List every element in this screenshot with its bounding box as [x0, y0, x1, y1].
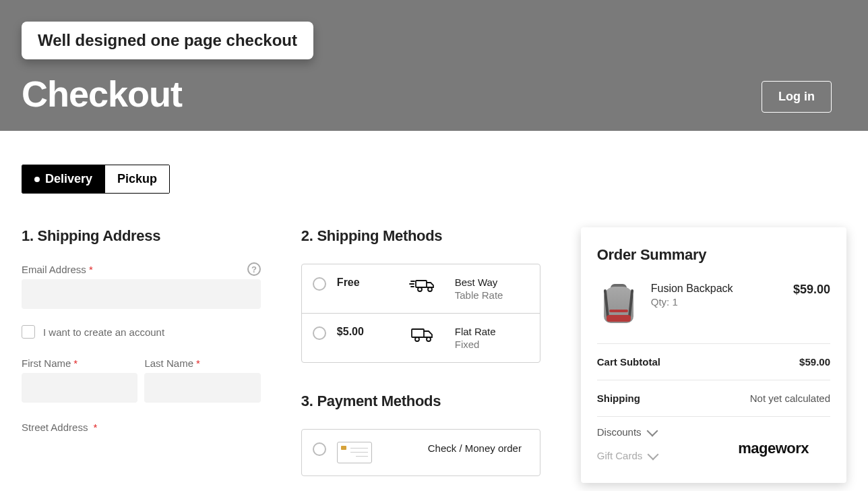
- radio-button[interactable]: [313, 442, 326, 456]
- svg-point-4: [415, 337, 419, 341]
- option-subtitle: Fixed: [455, 339, 529, 350]
- giftcards-label: Gift Cards: [597, 450, 643, 461]
- shipping-cost-row: Shipping Not yet calculated: [597, 380, 830, 417]
- required-mark: *: [89, 264, 93, 275]
- required-mark: *: [73, 357, 78, 369]
- product-name: Fusion Backpack: [651, 283, 733, 295]
- shipping-option-bestway[interactable]: Free Best Way: [302, 264, 540, 314]
- discounts-accordion[interactable]: Discounts: [597, 417, 830, 440]
- main-content: Delivery Pickup 1. Shipping Address Emai…: [0, 131, 868, 483]
- shipping-address-section: 1. Shipping Address Email Address* ? I w…: [22, 227, 261, 483]
- svg-point-2: [428, 287, 432, 291]
- option-subtitle: Table Rate: [455, 289, 529, 301]
- discounts-label: Discounts: [597, 426, 642, 438]
- last-name-label: Last Name*: [144, 357, 260, 369]
- brand-watermark: mageworx: [731, 438, 815, 459]
- create-account-checkbox[interactable]: [22, 325, 35, 339]
- option-price: $5.00: [337, 326, 391, 338]
- payment-option-check[interactable]: Check / Money order: [301, 429, 540, 476]
- svg-rect-0: [416, 281, 427, 287]
- required-mark: *: [90, 422, 97, 433]
- chevron-down-icon: [646, 425, 658, 436]
- fulfillment-tabs: Delivery Pickup: [22, 165, 170, 194]
- shipping-methods-section: 2. Shipping Methods Free: [301, 227, 540, 483]
- truck-icon: [409, 326, 436, 346]
- section-heading: 3. Payment Methods: [301, 393, 540, 410]
- section-heading: 2. Shipping Methods: [301, 227, 540, 245]
- payment-option-label: Check / Money order: [428, 442, 529, 455]
- tab-pickup[interactable]: Pickup: [104, 165, 169, 193]
- header: Well designed one page checkout Checkout…: [0, 0, 868, 131]
- shipping-cost-value: Not yet calculated: [750, 393, 830, 404]
- card-icon: [337, 442, 372, 463]
- svg-point-5: [427, 337, 431, 341]
- shipping-option-flatrate[interactable]: $5.00 Flat Rate Fix: [302, 314, 540, 362]
- section-heading: 1. Shipping Address: [22, 227, 261, 245]
- option-title: Flat Rate: [455, 326, 529, 337]
- tab-label: Delivery: [45, 172, 92, 186]
- tagline-badge: Well designed one page checkout: [22, 22, 313, 59]
- street-address-label: Street Address *: [22, 422, 261, 433]
- svg-rect-3: [412, 329, 424, 337]
- fast-truck-icon: [409, 277, 436, 297]
- first-name-field[interactable]: [22, 373, 137, 403]
- option-price: Free: [337, 277, 391, 289]
- product-price: $59.00: [793, 283, 830, 297]
- radio-button[interactable]: [313, 277, 326, 291]
- product-image: [597, 283, 640, 326]
- radio-button[interactable]: [313, 326, 326, 340]
- email-field[interactable]: [22, 279, 261, 309]
- tab-delivery[interactable]: Delivery: [22, 165, 104, 193]
- help-icon[interactable]: ?: [247, 262, 261, 276]
- dot-icon: [34, 177, 40, 182]
- shipping-cost-label: Shipping: [597, 393, 640, 404]
- page-title: Checkout: [22, 73, 846, 115]
- required-mark: *: [196, 357, 200, 369]
- cart-item: Fusion Backpack Qty: 1 $59.00: [597, 283, 830, 344]
- first-name-label: First Name*: [22, 357, 137, 369]
- option-title: Best Way: [455, 277, 529, 288]
- subtotal-value: $59.00: [799, 356, 830, 368]
- tab-label: Pickup: [117, 172, 157, 186]
- subtotal-row: Cart Subtotal $59.00: [597, 344, 830, 380]
- last-name-field[interactable]: [144, 373, 260, 403]
- subtotal-label: Cart Subtotal: [597, 356, 660, 368]
- create-account-label: I want to create an account: [43, 326, 164, 338]
- section-heading: Order Summary: [597, 246, 830, 264]
- svg-point-1: [418, 287, 422, 291]
- email-label: Email Address*: [22, 264, 261, 275]
- product-qty: Qty: 1: [651, 296, 733, 308]
- shipping-options: Free Best Way: [301, 264, 540, 363]
- login-button[interactable]: Log in: [762, 81, 832, 113]
- chevron-down-icon: [648, 449, 659, 460]
